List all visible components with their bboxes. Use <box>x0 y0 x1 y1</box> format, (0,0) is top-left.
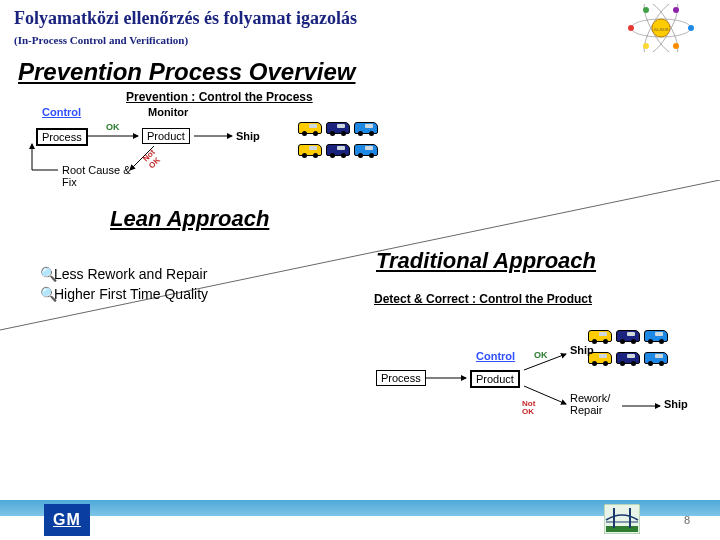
lean-heading: Lean Approach <box>110 206 269 232</box>
trad-rework-label: Rework/ Repair <box>570 392 626 416</box>
slide-title: Folyamatközi ellenőrzés és folyamat igaz… <box>14 8 357 29</box>
product-box: Product <box>142 128 190 144</box>
svg-text:OK: OK <box>534 350 548 360</box>
trad-ship2-label: Ship <box>664 398 688 410</box>
svg-point-6 <box>643 7 649 13</box>
prevention-subheading: Prevention : Control the Process <box>126 90 313 104</box>
traditional-diagram: OK Not OK Control Ship Process Product R… <box>370 314 710 444</box>
car-row-1 <box>298 118 382 136</box>
rootfix-label: Root Cause & Fix <box>62 164 142 188</box>
lean-bullet-2-text: Higher First Time Quality <box>54 286 208 302</box>
bullet-icon: 🔍 <box>40 266 54 282</box>
slide: Folyamatközi ellenőrzés és folyamat igaz… <box>0 0 720 540</box>
svg-text:OK: OK <box>522 407 534 416</box>
trad-process-box: Process <box>376 370 426 386</box>
atom-logo: JU-GUS <box>616 4 706 52</box>
trad-product-box: Product <box>470 370 520 388</box>
prevention-heading: Prevention Process Overview <box>18 58 356 86</box>
svg-point-9 <box>643 43 649 49</box>
svg-line-18 <box>0 180 720 330</box>
monitor-label: Monitor <box>148 106 188 118</box>
svg-point-5 <box>688 25 694 31</box>
svg-text:OK: OK <box>106 122 120 132</box>
car-row-2 <box>298 140 382 158</box>
lean-bullet-1: 🔍Less Rework and Repair <box>40 266 208 282</box>
lean-bullet-1-text: Less Rework and Repair <box>54 266 207 282</box>
bullet-icon: 🔍 <box>40 286 54 302</box>
svg-point-7 <box>673 43 679 49</box>
ship-label: Ship <box>236 130 260 142</box>
page-number: 8 <box>684 514 690 526</box>
lean-bullet-2: 🔍Higher First Time Quality <box>40 286 208 302</box>
lean-bullets: 🔍Less Rework and Repair 🔍Higher First Ti… <box>40 266 208 306</box>
gm-logo: GM <box>44 504 90 536</box>
traditional-subheading: Detect & Correct : Control the Product <box>374 292 594 306</box>
atom-center-label: JU-GUS <box>654 27 669 32</box>
svg-point-4 <box>628 25 634 31</box>
trad-ship1-label: Ship <box>570 344 594 356</box>
trad-control-label: Control <box>476 350 515 362</box>
footer: GM 8 <box>0 496 720 540</box>
slide-subtitle: (In-Process Control and Verification) <box>14 34 188 46</box>
bridge-icon <box>604 504 640 534</box>
process-box: Process <box>36 128 88 146</box>
svg-point-8 <box>673 7 679 13</box>
svg-rect-27 <box>606 526 638 532</box>
control-label: Control <box>42 106 81 118</box>
traditional-heading: Traditional Approach <box>376 248 596 274</box>
